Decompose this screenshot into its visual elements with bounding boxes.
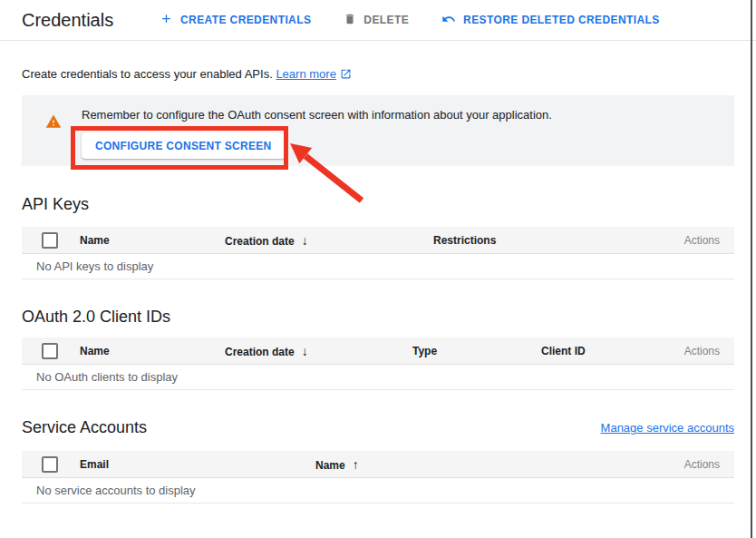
page-title: Credentials <box>22 10 160 31</box>
intro-sentence: Create credentials to access your enable… <box>22 67 273 81</box>
oauth-consent-warning-banner: Remember to configure the OAuth consent … <box>22 95 734 166</box>
column-actions: Actions <box>647 234 734 247</box>
column-name: Name <box>65 234 210 247</box>
banner-message: Remember to configure the OAuth consent … <box>82 108 552 122</box>
delete-label: DELETE <box>363 14 409 26</box>
name-label: Name <box>315 459 345 472</box>
external-link-icon <box>336 67 352 81</box>
creation-date-label: Creation date <box>225 235 295 248</box>
select-all-checkbox[interactable] <box>42 232 58 249</box>
learn-more-link[interactable]: Learn more <box>276 67 335 81</box>
configure-consent-screen-button[interactable]: CONFIGURE CONSENT SCREEN <box>82 132 286 159</box>
header-checkbox-cell <box>22 343 65 359</box>
service-accounts-table: Email Name↑ Actions No service accounts … <box>22 451 734 504</box>
select-all-checkbox[interactable] <box>42 343 58 359</box>
header-checkbox-cell <box>22 456 65 473</box>
column-type: Type <box>398 345 527 357</box>
column-actions: Actions <box>647 345 734 357</box>
api-keys-empty-row: No API keys to display <box>22 254 734 279</box>
api-keys-table: Name Creation date↓ Restrictions Actions… <box>22 227 734 279</box>
header-checkbox-cell <box>22 232 65 249</box>
delete-button[interactable]: DELETE <box>344 13 409 28</box>
column-name: Name <box>65 345 210 357</box>
column-client-id: Client ID <box>527 345 647 357</box>
oauth-clients-table: Name Creation date↓ Type Client ID Actio… <box>22 337 734 390</box>
service-accounts-heading: Service Accounts <box>22 417 147 437</box>
service-accounts-table-header: Email Name↑ Actions <box>22 451 734 478</box>
page-header: Credentials CREATE CREDENTIALS DELETE RE… <box>0 0 756 41</box>
create-credentials-label: CREATE CREDENTIALS <box>180 14 311 26</box>
column-name[interactable]: Name↑ <box>301 457 647 472</box>
column-restrictions: Restrictions <box>419 234 647 247</box>
oauth-clients-table-header: Name Creation date↓ Type Client ID Actio… <box>22 337 734 365</box>
sort-ascending-icon[interactable]: ↑ <box>353 457 359 472</box>
column-actions: Actions <box>647 458 734 471</box>
column-email: Email <box>65 458 301 471</box>
sort-descending-icon[interactable]: ↓ <box>302 344 308 358</box>
column-creation-date[interactable]: Creation date↓ <box>210 233 419 248</box>
window-edge-line <box>751 0 752 538</box>
manage-service-accounts-link[interactable]: Manage service accounts <box>601 421 734 435</box>
oauth-clients-heading: OAuth 2.0 Client IDs <box>22 307 170 327</box>
credentials-page: Credentials CREATE CREDENTIALS DELETE RE… <box>0 0 756 538</box>
sort-descending-icon[interactable]: ↓ <box>302 233 308 248</box>
creation-date-label: Creation date <box>225 346 295 358</box>
oauth-clients-empty-row: No OAuth clients to display <box>22 365 734 390</box>
column-creation-date[interactable]: Creation date↓ <box>210 344 398 358</box>
intro-text: Create credentials to access your enable… <box>22 67 352 81</box>
restore-deleted-credentials-button[interactable]: RESTORE DELETED CREDENTIALS <box>441 12 660 29</box>
warning-icon <box>45 113 62 133</box>
trash-icon <box>344 13 356 28</box>
api-keys-table-header: Name Creation date↓ Restrictions Actions <box>22 227 734 254</box>
restore-label: RESTORE DELETED CREDENTIALS <box>463 14 660 26</box>
create-credentials-button[interactable]: CREATE CREDENTIALS <box>160 12 311 28</box>
undo-icon <box>441 12 456 29</box>
api-keys-heading: API Keys <box>22 194 89 214</box>
service-accounts-empty-row: No service accounts to display <box>22 478 734 504</box>
select-all-checkbox[interactable] <box>42 456 58 473</box>
plus-icon <box>160 12 173 28</box>
